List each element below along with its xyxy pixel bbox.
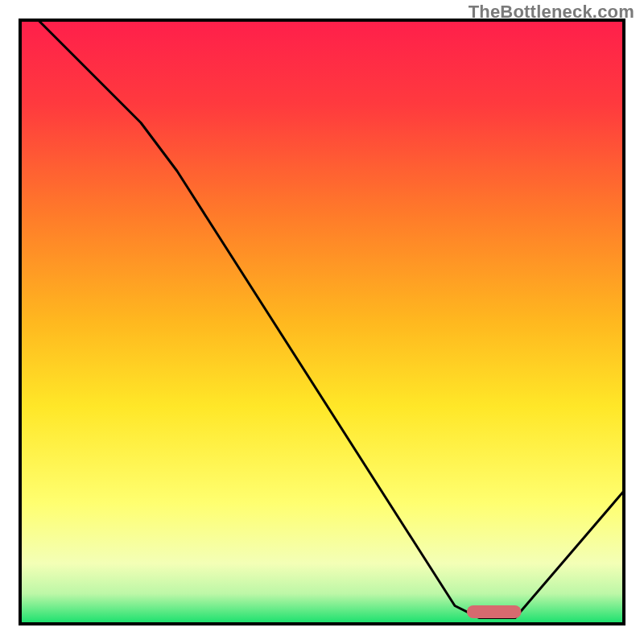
optimal-range-marker (467, 605, 522, 618)
bottleneck-chart: TheBottleneck.com (0, 0, 644, 644)
chart-svg (0, 0, 644, 644)
plot-background (20, 20, 624, 624)
watermark-text: TheBottleneck.com (469, 2, 634, 23)
